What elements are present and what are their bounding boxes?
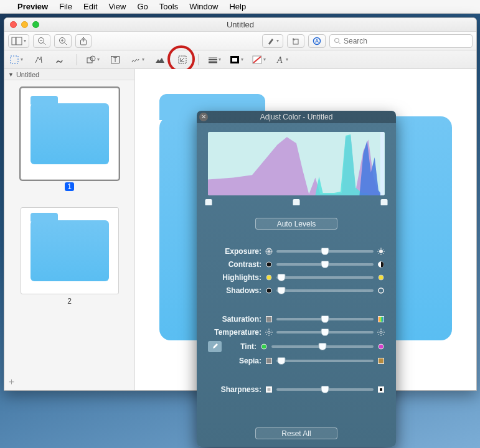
zoom-out-button[interactable]: [33, 34, 50, 48]
svg-rect-1: [16, 37, 22, 45]
folder-icon: [31, 103, 109, 164]
slider-track[interactable]: [276, 276, 374, 279]
histogram: [208, 132, 385, 195]
slider-thumb[interactable]: [321, 329, 329, 336]
levels-white-point[interactable]: [381, 199, 388, 205]
slider-thumb[interactable]: [321, 261, 329, 268]
dot-filled-icon: [265, 261, 273, 268]
aperture-icon: [265, 248, 273, 255]
svg-line-54: [266, 330, 267, 330]
sidebar-header[interactable]: ▼ Untitled: [4, 69, 134, 80]
auto-levels-button[interactable]: Auto Levels: [255, 218, 337, 230]
zoom-in-button[interactable]: [54, 34, 72, 48]
menu-file[interactable]: File: [59, 2, 72, 11]
panel-titlebar[interactable]: ✕ Adjust Color - Untitled: [197, 111, 396, 123]
thumbnail-1-label: 1: [19, 182, 120, 191]
sq-blur-icon: [265, 386, 273, 393]
svg-line-3: [44, 42, 46, 45]
svg-point-15: [40, 57, 42, 58]
svg-line-63: [379, 330, 379, 330]
thumbnail-1[interactable]: [21, 88, 119, 180]
app-name[interactable]: Preview: [17, 2, 48, 11]
slider-track[interactable]: [276, 250, 374, 253]
panel-close-button[interactable]: ✕: [199, 113, 208, 121]
sketch-icon[interactable]: [54, 53, 68, 67]
fill-color-icon[interactable]: ▾: [252, 53, 266, 67]
menu-help[interactable]: Help: [229, 2, 246, 11]
instant-alpha-icon[interactable]: [32, 53, 45, 67]
markup-button[interactable]: [308, 34, 326, 48]
slider-track[interactable]: [276, 318, 374, 320]
svg-line-64: [383, 334, 384, 335]
menu-edit[interactable]: Edit: [83, 2, 97, 11]
slider-contrast: Contrast:: [208, 260, 385, 269]
highlight-button[interactable]: ▾: [262, 34, 283, 48]
slider-thumb[interactable]: [277, 287, 285, 294]
svg-point-43: [266, 275, 271, 280]
search-field[interactable]: [329, 34, 473, 48]
slider-label: Exposure:: [208, 247, 261, 256]
slider-track[interactable]: [276, 331, 374, 334]
svg-rect-0: [12, 37, 16, 45]
sun-filled-icon: [377, 248, 385, 255]
slider-label: Shadows:: [208, 286, 261, 295]
slider-label: Contrast:: [208, 260, 261, 269]
svg-point-49: [268, 331, 270, 334]
levels-black-point[interactable]: [205, 199, 212, 205]
menu-view[interactable]: View: [109, 2, 126, 11]
view-mode-button[interactable]: ▾: [8, 34, 29, 48]
line-style-icon[interactable]: ▾: [207, 53, 221, 67]
menu-go[interactable]: Go: [137, 2, 148, 11]
macos-menubar: Preview File Edit View Go Tools Window H…: [0, 0, 480, 14]
window-title: Untitled: [4, 20, 476, 29]
slider-temperature: Temperature:: [208, 328, 385, 337]
slider-track[interactable]: [276, 360, 374, 362]
reset-all-button[interactable]: Reset All: [255, 427, 337, 439]
sq-sharp-icon: [377, 386, 385, 393]
dot-filled-icon: [265, 287, 273, 294]
slider-thumb[interactable]: [277, 274, 285, 281]
slider-highlights: Highlights:: [208, 273, 385, 282]
shapes-icon[interactable]: ▾: [86, 53, 100, 67]
slider-track[interactable]: [276, 388, 374, 391]
add-page-button[interactable]: ＋: [7, 376, 16, 388]
svg-rect-72: [268, 388, 271, 391]
slider-thumb[interactable]: [277, 357, 285, 365]
svg-point-67: [261, 344, 266, 349]
svg-line-13: [339, 42, 341, 44]
svg-point-58: [380, 331, 382, 334]
svg-point-45: [266, 288, 271, 293]
slider-thumb[interactable]: [319, 343, 327, 350]
text-style-icon[interactable]: A▾: [275, 53, 288, 67]
disclosure-triangle-icon[interactable]: ▼: [8, 72, 14, 78]
slider-thumb[interactable]: [321, 386, 329, 393]
eyedropper-button[interactable]: [208, 341, 222, 352]
rotate-button[interactable]: [287, 34, 304, 48]
adjust-color-icon[interactable]: [153, 53, 167, 67]
border-color-icon[interactable]: ▾: [230, 53, 243, 67]
levels-mid-point[interactable]: [293, 199, 300, 205]
slider-thumb[interactable]: [321, 315, 329, 323]
sign-icon[interactable]: ▾: [131, 53, 144, 67]
half-circle-icon: [377, 261, 385, 268]
svg-line-57: [266, 334, 267, 335]
svg-rect-30: [380, 132, 384, 195]
svg-rect-69: [266, 358, 272, 364]
slider-sepia: Sepia:: [208, 357, 385, 365]
svg-line-65: [383, 330, 384, 330]
search-input[interactable]: [344, 37, 468, 45]
slider-thumb[interactable]: [321, 248, 329, 255]
thumbnail-2[interactable]: [21, 207, 119, 294]
selection-tool-icon[interactable]: ▾: [9, 53, 23, 67]
svg-line-66: [379, 334, 379, 335]
levels-slider[interactable]: [209, 199, 384, 208]
text-icon[interactable]: T: [108, 53, 122, 67]
menu-window[interactable]: Window: [189, 2, 218, 11]
menu-tools[interactable]: Tools: [159, 2, 178, 11]
svg-text:T: T: [113, 57, 117, 63]
share-button[interactable]: [75, 34, 92, 48]
slider-track[interactable]: [276, 263, 374, 266]
adjust-size-icon[interactable]: [176, 53, 189, 67]
slider-track[interactable]: [276, 289, 374, 292]
slider-track[interactable]: [271, 345, 374, 348]
